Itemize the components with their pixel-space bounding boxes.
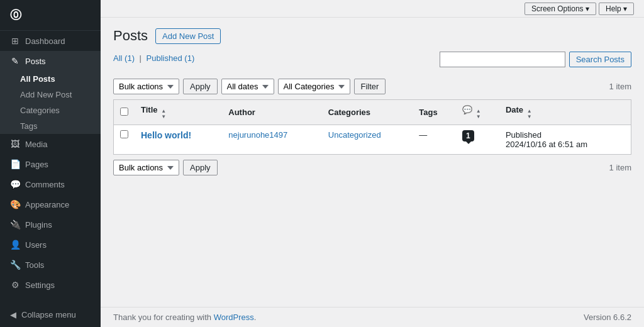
sub-nav: All (1) | Published (1) [113,53,194,63]
title-label: Title [141,105,158,114]
table-row: Hello world! nejurunohe1497 Uncategorize… [114,125,631,155]
filter-button[interactable]: Filter [354,79,386,94]
row-tags-cell: — [413,125,456,155]
column-date-header[interactable]: Date ▲▼ [499,100,631,125]
sidebar-sub-posts: All Posts Add New Post Categories Tags [0,71,101,134]
users-icon: 👤 [10,240,20,250]
select-all-checkbox[interactable] [120,108,128,116]
sidebar-item-label: Dashboard [25,36,65,46]
sidebar-item-label: Settings [25,280,55,290]
apply-bottom-button[interactable]: Apply [183,160,218,175]
comments-icon: 💬 [10,179,20,189]
plugins-icon: 🔌 [10,219,20,230]
thank-you-text: Thank you for creating with [113,313,214,322]
sidebar-item-tools[interactable]: 🔧 Tools [0,255,101,275]
sidebar: ⓪ ⊞ Dashboard ✎ Posts All Posts Add New … [0,0,101,327]
sub-nav-all[interactable]: All (1) [113,53,137,63]
sidebar-item-settings[interactable]: ⚙ Settings [0,275,101,295]
column-categories-header: Categories [322,100,413,125]
posts-table: Title ▲▼ Author Categories Tags 💬 ▲▼ Dat… [113,99,631,155]
collapse-icon: ◀ [10,310,16,319]
apply-top-button[interactable]: Apply [183,79,218,94]
sidebar-item-pages[interactable]: 📄 Pages [0,154,101,174]
help-button[interactable]: Help ▾ [599,3,634,15]
sidebar-collapse[interactable]: ◀ Collapse menu [0,305,101,327]
comments-sort-icon[interactable]: ▲▼ [476,109,481,119]
help-arrow-icon: ▾ [623,4,627,13]
sidebar-item-label: Media [25,140,47,149]
sidebar-item-label: Posts [25,57,46,66]
date-label: Date [506,105,523,114]
content: Posts Add New Post All (1) | Published (… [101,18,644,307]
sidebar-item-appearance[interactable]: 🎨 Appearance [0,194,101,214]
search-posts-button[interactable]: Search Posts [569,52,631,67]
row-category-cell: Uncategorized [322,125,413,155]
posts-icon: ✎ [10,56,20,66]
row-checkbox-cell [114,125,135,155]
row-title-cell: Hello world! [135,125,222,155]
column-checkbox-header [114,100,135,125]
add-new-post-button[interactable]: Add New Post [155,28,221,44]
item-count-top: 1 item [609,82,631,91]
sidebar-item-media[interactable]: 🖼 Media [0,134,101,154]
wp-logo-icon: ⓪ [10,8,21,23]
comment-count-badge: 1 [462,130,474,141]
row-author-cell: nejurunohe1497 [222,125,322,155]
sidebar-item-comments[interactable]: 💬 Comments [0,174,101,194]
wordpress-link[interactable]: WordPress [214,313,254,322]
title-sort-icon[interactable]: ▲▼ [161,109,166,119]
date-status: Published2024/10/16 at 6:51 am [506,130,587,149]
settings-icon: ⚙ [10,280,20,290]
dashboard-icon: ⊞ [10,36,20,46]
item-count-bottom: 1 item [609,163,631,172]
comment-bubble-icon: 💬 [462,105,472,114]
help-label: Help [606,4,621,13]
screen-options-button[interactable]: Screen Options ▾ [525,3,596,15]
row-checkbox[interactable] [120,130,128,138]
page-header: Posts Add New Post [113,28,631,44]
sidebar-item-label: Appearance [25,200,69,209]
sidebar-item-posts[interactable]: ✎ Posts [0,51,101,71]
all-dates-select[interactable]: All dates [221,79,274,94]
sub-nav-separator: | [140,53,144,63]
column-title-header[interactable]: Title ▲▼ [135,100,222,125]
sidebar-item-label: Comments [25,180,65,189]
bulk-actions-bottom-select[interactable]: Bulk actions [113,160,179,175]
bulk-actions-top-select[interactable]: Bulk actions [113,79,179,94]
post-title-link[interactable]: Hello world! [141,130,191,140]
sidebar-item-dashboard[interactable]: ⊞ Dashboard [0,31,101,51]
date-sort-icon[interactable]: ▲▼ [527,109,532,119]
sidebar-sub-all-posts[interactable]: All Posts [0,71,101,87]
sidebar-item-label: Pages [25,160,48,169]
sidebar-logo: ⓪ [0,0,101,31]
page-title: Posts [113,28,148,44]
sidebar-item-plugins[interactable]: 🔌 Plugins [0,214,101,235]
screen-options-arrow-icon: ▾ [586,4,589,13]
toolbar-bottom: Bulk actions Apply 1 item [113,160,631,175]
sidebar-sub-add-new[interactable]: Add New Post [0,87,101,103]
sidebar-item-users[interactable]: 👤 Users [0,235,101,255]
sidebar-item-label: Tools [25,260,44,270]
screen-options-label: Screen Options [531,4,584,13]
column-tags-header: Tags [413,100,456,125]
sub-nav-published[interactable]: Published (1) [147,53,195,63]
sidebar-sub-tags[interactable]: Tags [0,118,101,134]
sidebar-item-label: Users [25,240,47,250]
table-body: Hello world! nejurunohe1497 Uncategorize… [114,125,631,155]
main: Screen Options ▾ Help ▾ Posts Add New Po… [101,0,644,327]
search-input[interactable] [440,52,565,67]
author-link[interactable]: nejurunohe1497 [228,130,287,140]
all-categories-select[interactable]: All Categories [278,79,350,94]
media-icon: 🖼 [10,139,20,149]
table-header-row: Title ▲▼ Author Categories Tags 💬 ▲▼ Dat… [114,100,631,125]
pages-icon: 📄 [10,159,20,169]
collapse-label: Collapse menu [21,310,76,319]
toolbar-top: Bulk actions Apply All dates All Categor… [113,79,631,94]
row-comments-cell: 1 [456,125,499,155]
sidebar-sub-categories[interactable]: Categories [0,103,101,118]
topbar: Screen Options ▾ Help ▾ [101,0,644,18]
category-link[interactable]: Uncategorized [328,130,381,140]
footer: Thank you for creating with WordPress. V… [101,307,644,327]
appearance-icon: 🎨 [10,199,20,209]
footer-text: Thank you for creating with WordPress. [113,313,256,322]
